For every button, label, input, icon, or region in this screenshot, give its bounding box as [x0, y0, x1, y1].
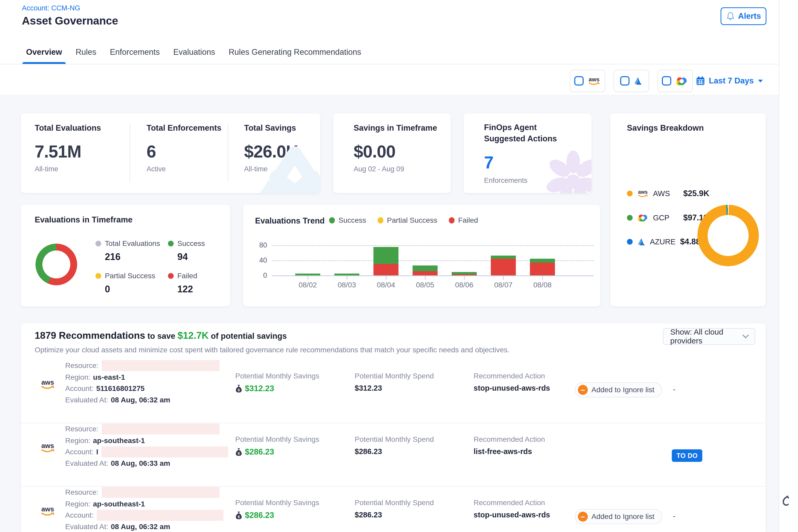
evals-legend-item: Success94: [168, 240, 205, 262]
empty-value-dash: -: [673, 385, 676, 394]
recommendation-row[interactable]: awsResource:Region:us-east-1Account:5116…: [21, 360, 766, 423]
redacted-resource-value: [102, 487, 220, 498]
evaluations-timeframe-donut: [36, 244, 77, 285]
evaluated-line: Evaluated At:08 Aug, 06:33 am: [65, 458, 170, 469]
potential-monthly-savings-value: $286.23: [245, 511, 274, 520]
legend-color-dot: [627, 215, 633, 221]
trend-bar-08/07-failed: [491, 259, 516, 276]
trend-bar-08/03-success: [334, 273, 359, 276]
trend-legend-item: Failed: [449, 216, 478, 225]
chevron-down-icon: [742, 334, 749, 339]
evals-legend-label: Success: [177, 240, 205, 248]
legend-color-dot: [449, 217, 455, 224]
azure-checkbox[interactable]: [620, 76, 629, 86]
potential-monthly-savings-value: $312.23: [245, 384, 274, 393]
region-line: Region:ap-southeast-1: [65, 498, 145, 510]
alerts-button-label: Alerts: [738, 12, 761, 21]
breakdown-provider-value: $25.9K: [683, 189, 709, 198]
potential-monthly-savings-label: Potential Monthly Savings: [235, 435, 319, 443]
region-label: Region:: [65, 437, 91, 445]
tab-enforcements[interactable]: Enforcements: [110, 40, 159, 64]
filter-bar: aws Last 7 Days: [0, 64, 779, 95]
legend-color-dot: [378, 217, 383, 224]
svg-text:aws: aws: [41, 505, 54, 513]
svg-text:aws: aws: [589, 76, 599, 83]
trend-bar-08/08-success: [530, 259, 555, 263]
savings-breakdown-donut: [697, 205, 759, 266]
tab-rules[interactable]: Rules: [76, 40, 96, 64]
trend-bar-08/02-success: [295, 273, 320, 276]
account-line: Account:511616801275: [65, 383, 145, 394]
added-to-ignore-list-pill[interactable]: –Added to Ignore list: [575, 509, 662, 524]
alerts-button[interactable]: Alerts: [721, 7, 766, 25]
evals-legend-label-row: Partial Success: [95, 272, 155, 280]
edit-pencil-icon[interactable]: [782, 495, 789, 509]
x-axis-line: [272, 276, 594, 276]
page-title: Asset Governance: [22, 15, 118, 27]
recommended-action-value: stop-unused-aws-rds: [474, 384, 550, 393]
azure-logo-icon: [637, 237, 646, 246]
tabs-bar: OverviewRulesEnforcementsEvaluationsRule…: [0, 40, 779, 64]
card-title: Evaluations in Timeframe: [35, 215, 132, 225]
kpi-label: Total Savings: [244, 124, 296, 133]
breakdown-provider-name: GCP: [653, 214, 679, 222]
trend-legend-item: Success: [329, 216, 366, 225]
minus-circle-icon: –: [578, 512, 588, 521]
cloud-provider-filter-dropdown[interactable]: Show: All cloud providers: [663, 328, 755, 345]
potential-monthly-spend: $286.23: [355, 447, 382, 456]
provider-filter-gcp[interactable]: [658, 70, 693, 92]
potential-monthly-spend-label: Potential Monthly Spend: [355, 372, 434, 380]
evaluated-at-value: 08 Aug, 06:32 am: [111, 396, 170, 404]
legend-color-dot: [627, 239, 633, 245]
added-to-ignore-list-pill[interactable]: –Added to Ignore list: [575, 382, 662, 397]
potential-monthly-spend-value: $286.23: [355, 447, 382, 456]
provider-filter-aws[interactable]: aws: [570, 70, 605, 92]
gcp-logo-icon: [675, 75, 688, 87]
savings-in-timeframe-value: $0.00: [354, 141, 395, 162]
trend-bar-08/07-success: [491, 255, 516, 259]
kpi-divider: [228, 124, 228, 183]
legend-color-dot: [627, 191, 633, 196]
potential-monthly-spend-label: Potential Monthly Spend: [355, 499, 434, 507]
trend-bar-08/04-success: [374, 247, 398, 264]
gcp-checkbox[interactable]: [662, 76, 671, 86]
recommendation-row[interactable]: awsResource:Region:ap-southeast-1Account…: [21, 423, 766, 487]
trend-bar-08/05-success: [413, 265, 438, 271]
potential-monthly-savings-value: $286.23: [245, 447, 274, 457]
date-range-label: Last 7 Days: [709, 76, 754, 86]
minus-circle-icon: –: [578, 385, 588, 395]
date-range-selector[interactable]: Last 7 Days: [696, 70, 764, 92]
svg-text:$: $: [238, 451, 240, 455]
aws-logo-icon: aws: [637, 189, 649, 198]
breakdown-provider-name: AWS: [653, 189, 679, 198]
resource-line: Resource:: [65, 423, 220, 435]
money-bag-icon: $: [235, 511, 242, 519]
account-breadcrumb-link[interactable]: Account: CCM-NG: [22, 4, 80, 12]
savings-in-timeframe-card: Savings in Timeframe $0.00 Aug 02 - Aug …: [333, 113, 451, 193]
recommended-action-value: list-free-aws-rds: [474, 447, 532, 456]
tab-rules-generating-recommendations[interactable]: Rules Generating Recommendations: [229, 40, 361, 64]
recommendation-row[interactable]: awsResource:Region:ap-southeast-1Account…: [21, 487, 766, 532]
potential-monthly-savings-label: Potential Monthly Savings: [235, 499, 319, 507]
empty-value-dash: -: [673, 512, 676, 520]
account-label: Account:: [65, 511, 94, 519]
gridline-80: [272, 245, 594, 246]
kpi-total-enforcements: Total Enforcements6Active: [130, 113, 228, 193]
provider-filter-azure[interactable]: [614, 70, 649, 92]
kpi-value: 7.51M: [35, 141, 81, 162]
tab-overview[interactable]: Overview: [26, 40, 62, 64]
recommended-action: stop-unused-aws-rds: [474, 511, 550, 519]
region-line: Region:ap-southeast-1: [65, 435, 145, 446]
aws-checkbox[interactable]: [574, 76, 584, 86]
tab-evaluations[interactable]: Evaluations: [173, 40, 215, 64]
breakdown-legend-item: AZURE$4.88: [627, 235, 701, 249]
status-pill-label: Added to Ignore list: [591, 512, 654, 521]
finops-agent-card: FinOps Agent Suggested Actions 7 Enforce…: [464, 113, 591, 193]
money-bag-icon: $: [235, 448, 242, 456]
resource-label: Resource:: [65, 425, 99, 433]
evaluated-at-value: 08 Aug, 06:32 am: [111, 522, 170, 531]
potential-monthly-spend: $312.23: [355, 384, 382, 393]
flower-watermark: [542, 147, 591, 193]
svg-text:$: $: [238, 515, 240, 519]
redacted-resource-value: [102, 423, 220, 435]
